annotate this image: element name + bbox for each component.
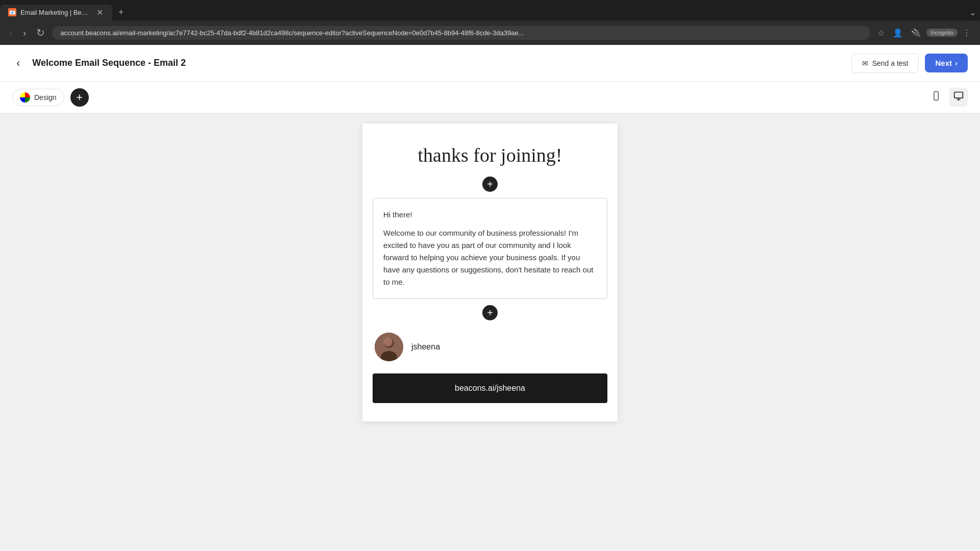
main-content: thanks for joining! + Hi there! Welcome … — [0, 113, 980, 551]
email-header: thanks for joining! — [373, 134, 607, 172]
email-scroll-area[interactable]: thanks for joining! + Hi there! Welcome … — [362, 123, 618, 421]
body-text: Welcome to our community of business pro… — [383, 227, 597, 288]
svg-point-8 — [383, 337, 393, 346]
add-icon: + — [76, 92, 83, 103]
desktop-view-button[interactable] — [949, 88, 968, 107]
email-preview: thanks for joining! + Hi there! Welcome … — [362, 123, 618, 421]
menu-button[interactable]: ⋮ — [960, 26, 974, 40]
back-button[interactable]: ‹ — [12, 55, 24, 72]
design-label: Design — [34, 93, 57, 102]
tab-overflow-button[interactable]: ⌄ — [965, 6, 980, 19]
toolbar-icons: ☆ 👤 🔌 Incognito ⋮ — [874, 26, 974, 40]
desktop-icon — [953, 92, 964, 103]
browser-tabs: 📧 Email Marketing | Beacons ✕ + ⌄ — [0, 0, 980, 20]
avatar-image — [375, 333, 403, 361]
page-title: Welcome Email Sequence - Email 2 — [32, 58, 186, 68]
mobile-icon — [931, 92, 941, 103]
tab-close-button[interactable]: ✕ — [95, 8, 104, 17]
app-header: ‹ Welcome Email Sequence - Email 2 ✉ Sen… — [0, 45, 980, 82]
profile-button[interactable]: 👤 — [890, 26, 906, 40]
greeting-text: Hi there! — [383, 209, 597, 221]
send-test-button[interactable]: ✉ Send a test — [851, 54, 919, 73]
cta-button[interactable]: beacons.ai/jsheena — [373, 373, 607, 403]
app: ‹ Welcome Email Sequence - Email 2 ✉ Sen… — [0, 45, 980, 551]
avatar — [375, 333, 403, 361]
add-block-bottom-button[interactable]: + — [482, 305, 498, 320]
add-block-top-button[interactable]: + — [482, 177, 498, 192]
svg-rect-2 — [954, 92, 963, 98]
email-title: thanks for joining! — [373, 144, 607, 167]
header-actions: ✉ Send a test Next › — [851, 54, 968, 73]
text-content-block[interactable]: Hi there! Welcome to our community of bu… — [373, 198, 607, 299]
mobile-view-button[interactable] — [927, 88, 945, 107]
browser-toolbar: ‹ › ↻ ☆ 👤 🔌 Incognito ⋮ — [0, 20, 980, 45]
view-toggle — [927, 88, 968, 107]
next-label: Next — [935, 59, 952, 67]
design-color-icon — [20, 92, 30, 103]
send-test-label: Send a test — [872, 59, 909, 67]
author-section: jsheena — [373, 324, 607, 369]
next-button[interactable]: Next › — [925, 54, 968, 72]
address-bar[interactable] — [52, 26, 870, 40]
browser-chrome: 📧 Email Marketing | Beacons ✕ + ⌄ ‹ › ↻ … — [0, 0, 980, 45]
add-block-bottom: + — [373, 301, 607, 324]
next-icon: › — [955, 59, 958, 67]
new-tab-button[interactable]: + — [114, 5, 128, 20]
reload-button[interactable]: ↻ — [33, 26, 48, 40]
forward-nav-button[interactable]: › — [20, 26, 30, 40]
bookmark-button[interactable]: ☆ — [874, 26, 888, 40]
add-block-button[interactable]: + — [70, 88, 89, 107]
add-block-top: + — [373, 172, 607, 196]
svg-rect-0 — [934, 92, 938, 101]
active-tab[interactable]: 📧 Email Marketing | Beacons ✕ — [0, 5, 112, 20]
extensions-button[interactable]: 🔌 — [908, 26, 924, 40]
cta-url: beacons.ai/jsheena — [455, 384, 525, 392]
tab-favicon: 📧 — [8, 8, 16, 16]
send-icon: ✉ — [862, 59, 868, 67]
email-content: thanks for joining! + Hi there! Welcome … — [362, 123, 618, 421]
app-toolbar: Design + — [0, 82, 980, 113]
design-button[interactable]: Design — [12, 89, 64, 106]
back-nav-button[interactable]: ‹ — [6, 26, 16, 40]
incognito-badge: Incognito — [926, 29, 958, 37]
tab-title: Email Marketing | Beacons — [20, 9, 91, 16]
author-name: jsheena — [411, 342, 440, 352]
